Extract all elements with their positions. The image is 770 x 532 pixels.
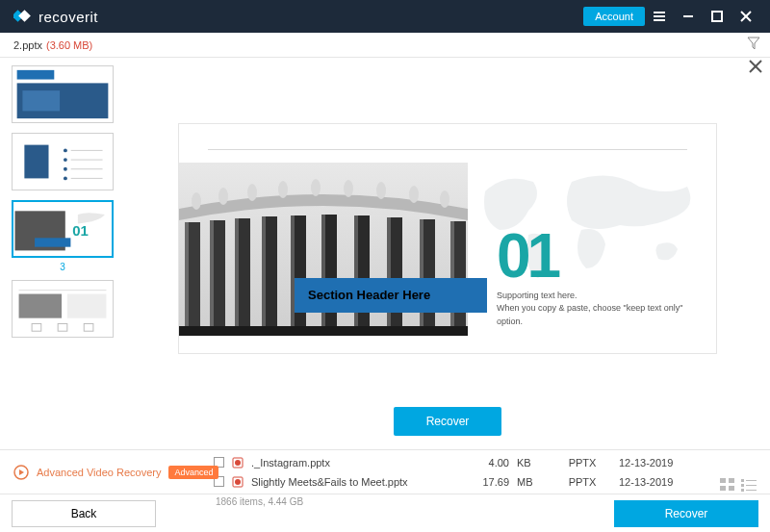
svg-rect-80 (746, 485, 757, 486)
slide-preview: 01 Section Header Here Supporting text h… (178, 123, 717, 354)
svg-point-18 (64, 176, 67, 180)
thumbnail-1[interactable] (12, 65, 114, 123)
svg-point-40 (278, 181, 288, 198)
svg-rect-66 (179, 326, 468, 336)
file-type-cell: PPTX (553, 457, 611, 469)
file-row[interactable]: Slightly Meets&Fails to Meet.pptx 17.69 … (214, 472, 758, 492)
svg-rect-47 (185, 222, 189, 336)
svg-point-39 (247, 184, 257, 201)
svg-rect-14 (24, 145, 48, 179)
supporting-line-2: When you copy & paste, choose "keep text… (497, 302, 708, 328)
close-preview-icon[interactable] (749, 60, 762, 77)
svg-marker-68 (19, 469, 24, 475)
thumbnail-3[interactable]: 01 (12, 200, 114, 258)
file-size-cell: 4.00 (442, 457, 509, 469)
file-row[interactable]: ._Instagram.pptx 4.00 KB PPTX 12-13-2019 (214, 453, 758, 472)
advanced-video-recovery-label: Advanced Video Recovery (37, 467, 161, 478)
preview-file-size: (3.60 MB) (46, 39, 92, 51)
file-date-cell: 12-13-2019 (619, 476, 696, 488)
list-view-icon[interactable] (741, 478, 757, 492)
svg-rect-12 (22, 90, 60, 111)
svg-point-37 (192, 192, 201, 210)
svg-rect-57 (321, 215, 325, 336)
pptx-icon (232, 457, 244, 469)
preview-pane: 01 Section Header Here Supporting text h… (125, 58, 770, 449)
pptx-icon (232, 476, 244, 488)
file-list-strip: Advanced Video Recovery Advanced ._Insta… (0, 449, 770, 494)
account-button[interactable]: Account (583, 7, 645, 26)
svg-rect-30 (67, 294, 107, 318)
section-header-box: Section Header Here (295, 278, 487, 313)
svg-text:01: 01 (72, 222, 89, 239)
svg-point-15 (64, 148, 67, 152)
filter-icon[interactable] (747, 37, 760, 52)
recover-preview-button[interactable]: Recover (394, 407, 502, 436)
file-date-cell: 12-13-2019 (619, 457, 696, 469)
advanced-badge: Advanced (168, 466, 218, 479)
file-summary: 1866 items, 4.44 GB (216, 496, 303, 507)
bottom-bar: Back Recover (0, 494, 770, 532)
thumbnail-number: 3 (6, 262, 119, 272)
close-icon[interactable] (732, 2, 760, 31)
preview-header: 2.pptx (3.60 MB) (0, 33, 770, 58)
logo-icon (13, 8, 31, 25)
svg-point-42 (344, 180, 353, 197)
file-name-cell: Slightly Meets&Fails to Meet.pptx (251, 476, 434, 488)
svg-rect-77 (741, 479, 744, 482)
svg-rect-6 (712, 12, 722, 21)
video-recovery-icon (13, 465, 29, 480)
file-unit-cell: MB (517, 476, 546, 488)
svg-rect-75 (720, 486, 726, 491)
svg-point-70 (235, 460, 241, 466)
svg-rect-25 (35, 238, 70, 246)
file-unit-cell: KB (517, 457, 546, 469)
svg-point-45 (440, 190, 449, 208)
svg-rect-51 (235, 218, 239, 336)
back-button[interactable]: Back (12, 500, 156, 527)
thumbnail-4[interactable] (12, 280, 114, 338)
svg-point-72 (235, 479, 241, 485)
svg-rect-73 (720, 478, 726, 483)
svg-rect-61 (387, 217, 391, 336)
svg-point-38 (218, 188, 228, 205)
svg-rect-53 (262, 216, 266, 336)
svg-rect-29 (19, 294, 62, 318)
app-name: recoverit (38, 9, 98, 25)
svg-rect-10 (17, 70, 55, 80)
svg-point-43 (376, 182, 386, 199)
thumbnail-panel: 01 3 (0, 58, 125, 449)
recover-button[interactable]: Recover (614, 500, 758, 527)
main-area: 01 3 (0, 58, 770, 449)
file-type-cell: PPTX (553, 476, 611, 488)
file-size-cell: 17.69 (442, 476, 509, 488)
supporting-line-1: Supporting text here. (497, 290, 708, 303)
thumbnail-2[interactable] (12, 133, 114, 190)
titlebar: recoverit Account (0, 0, 770, 33)
svg-rect-74 (729, 478, 734, 483)
preview-file-name: 2.pptx (13, 39, 42, 51)
svg-rect-49 (210, 220, 214, 336)
svg-rect-76 (729, 486, 734, 491)
svg-point-17 (64, 167, 67, 171)
grid-view-icon[interactable] (720, 478, 735, 492)
svg-rect-79 (741, 484, 744, 487)
svg-point-41 (311, 179, 321, 196)
supporting-text: Supporting text here. When you copy & pa… (497, 290, 708, 329)
advanced-video-recovery[interactable]: Advanced Video Recovery Advanced (13, 450, 218, 494)
svg-rect-81 (741, 489, 744, 492)
svg-rect-78 (746, 480, 757, 481)
slide-big-number: 01 (497, 220, 557, 291)
svg-point-44 (409, 186, 419, 203)
svg-point-16 (64, 158, 67, 162)
svg-rect-82 (746, 490, 757, 491)
file-name-cell: ._Instagram.pptx (251, 457, 434, 469)
svg-rect-1 (18, 10, 31, 22)
svg-rect-55 (291, 215, 295, 336)
minimize-icon[interactable] (674, 2, 703, 31)
menu-icon[interactable] (645, 2, 674, 31)
maximize-icon[interactable] (703, 2, 732, 31)
app-logo: recoverit (13, 8, 98, 25)
svg-rect-59 (354, 215, 358, 336)
